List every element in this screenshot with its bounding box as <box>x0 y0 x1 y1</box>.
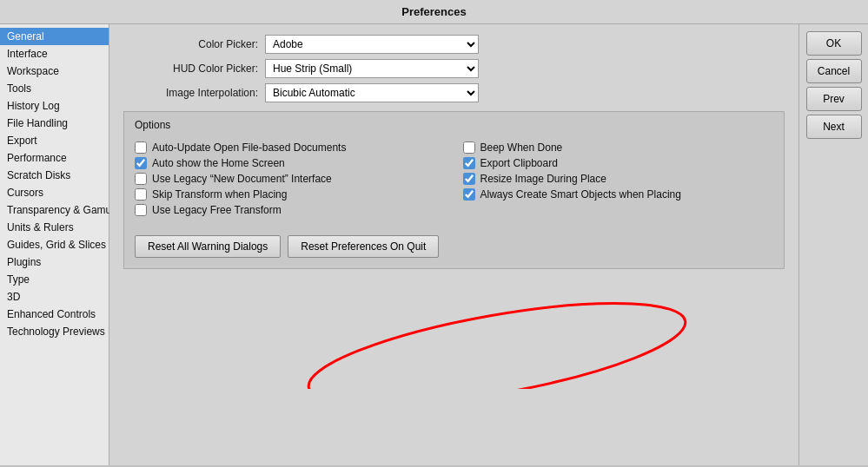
checkbox-right-0[interactable] <box>463 141 475 154</box>
sidebar-item-technology-previews[interactable]: Technology Previews <box>0 323 109 340</box>
option-label-right-3: Always Create Smart Objects when Placing <box>480 188 681 201</box>
sidebar-item-scratch-disks[interactable]: Scratch Disks <box>0 167 109 184</box>
sidebar-item-type[interactable]: Type <box>0 271 109 288</box>
checkbox-right-3[interactable] <box>463 188 475 201</box>
checkbox-left-2[interactable] <box>135 173 147 185</box>
hud-color-picker-select[interactable]: Hue Strip (Small) <box>265 59 479 78</box>
option-label-right-0: Beep When Done <box>480 141 563 154</box>
prev-button[interactable]: Prev <box>806 87 862 111</box>
image-interpolation-row: Image Interpolation: Bicubic Automatic <box>123 83 785 102</box>
reset-preferences-button[interactable]: Reset Preferences On Quit <box>288 235 439 258</box>
next-button[interactable]: Next <box>806 115 862 139</box>
color-picker-row: Color Picker: Adobe <box>123 35 785 54</box>
sidebar-item-interface[interactable]: Interface <box>0 45 109 62</box>
sidebar-item-3d[interactable]: 3D <box>0 288 109 306</box>
right-panel: OK Cancel Prev Next <box>798 24 868 465</box>
sidebar-item-guides--grid---slices[interactable]: Guides, Grid & Slices <box>0 236 109 253</box>
option-right-2: Resize Image During Place <box>463 171 774 187</box>
option-label-left-3: Skip Transform when Placing <box>152 188 287 201</box>
options-section: Options Auto-Update Open File-based Docu… <box>123 111 785 269</box>
color-picker-label: Color Picker: <box>123 38 258 50</box>
sidebar-item-units---rulers[interactable]: Units & Rulers <box>0 219 109 236</box>
checkbox-left-0[interactable] <box>135 141 147 154</box>
sidebar-item-transparency---gamut[interactable]: Transparency & Gamut <box>0 201 109 219</box>
sidebar-item-history-log[interactable]: History Log <box>0 97 109 115</box>
option-left-2: Use Legacy “New Document” Interface <box>135 171 446 187</box>
checkbox-left-4[interactable] <box>135 204 147 216</box>
sidebar-item-export[interactable]: Export <box>0 132 109 149</box>
sidebar-item-plugins[interactable]: Plugins <box>0 253 109 271</box>
reset-warning-button[interactable]: Reset All Warning Dialogs <box>135 235 281 258</box>
option-left-0: Auto-Update Open File-based Documents <box>135 140 446 155</box>
option-label-left-4: Use Legacy Free Transform <box>152 204 282 216</box>
option-left-3: Skip Transform when Placing <box>135 187 446 202</box>
action-buttons-row: Reset All Warning Dialogs Reset Preferen… <box>135 235 773 258</box>
sidebar-item-enhanced-controls[interactable]: Enhanced Controls <box>0 306 109 323</box>
options-grid: Auto-Update Open File-based DocumentsAut… <box>135 140 773 218</box>
checkbox-left-3[interactable] <box>135 188 147 201</box>
option-label-left-0: Auto-Update Open File-based Documents <box>152 141 346 154</box>
content-area: Color Picker: Adobe HUD Color Picker: Hu… <box>109 24 798 465</box>
sidebar-item-workspace[interactable]: Workspace <box>0 62 109 80</box>
cancel-button[interactable]: Cancel <box>806 59 862 83</box>
option-right-1: Export Clipboard <box>463 155 774 171</box>
hud-color-picker-label: HUD Color Picker: <box>123 62 258 75</box>
option-left-4: Use Legacy Free Transform <box>135 202 446 218</box>
dialog-title: Preferences <box>401 5 466 18</box>
sidebar: GeneralInterfaceWorkspaceToolsHistory Lo… <box>0 24 109 465</box>
sidebar-item-cursors[interactable]: Cursors <box>0 184 109 201</box>
checkbox-right-1[interactable] <box>463 157 475 169</box>
options-right-column: Beep When DoneExport ClipboardResize Ima… <box>463 140 774 218</box>
color-picker-select[interactable]: Adobe <box>265 35 479 54</box>
hud-color-picker-row: HUD Color Picker: Hue Strip (Small) <box>123 59 785 78</box>
sidebar-item-tools[interactable]: Tools <box>0 80 109 97</box>
option-right-0: Beep When Done <box>463 140 774 155</box>
title-bar: Preferences <box>0 0 868 24</box>
option-left-1: Auto show the Home Screen <box>135 155 446 171</box>
image-interpolation-select[interactable]: Bicubic Automatic <box>265 83 479 102</box>
checkbox-right-2[interactable] <box>463 173 475 185</box>
ok-button[interactable]: OK <box>806 31 862 56</box>
option-label-right-1: Export Clipboard <box>480 157 558 169</box>
option-label-left-1: Auto show the Home Screen <box>152 157 285 169</box>
option-label-right-2: Resize Image During Place <box>480 173 606 185</box>
option-label-left-2: Use Legacy “New Document” Interface <box>152 173 332 185</box>
image-interpolation-label: Image Interpolation: <box>123 87 258 99</box>
svg-point-0 <box>302 282 692 389</box>
options-title: Options <box>135 119 773 131</box>
option-right-3: Always Create Smart Objects when Placing <box>463 187 774 202</box>
sidebar-item-general[interactable]: General <box>0 28 109 45</box>
checkbox-left-1[interactable] <box>135 157 147 169</box>
options-left-column: Auto-Update Open File-based DocumentsAut… <box>135 140 446 218</box>
sidebar-item-file-handling[interactable]: File Handling <box>0 115 109 132</box>
sidebar-item-performance[interactable]: Performance <box>0 149 109 167</box>
